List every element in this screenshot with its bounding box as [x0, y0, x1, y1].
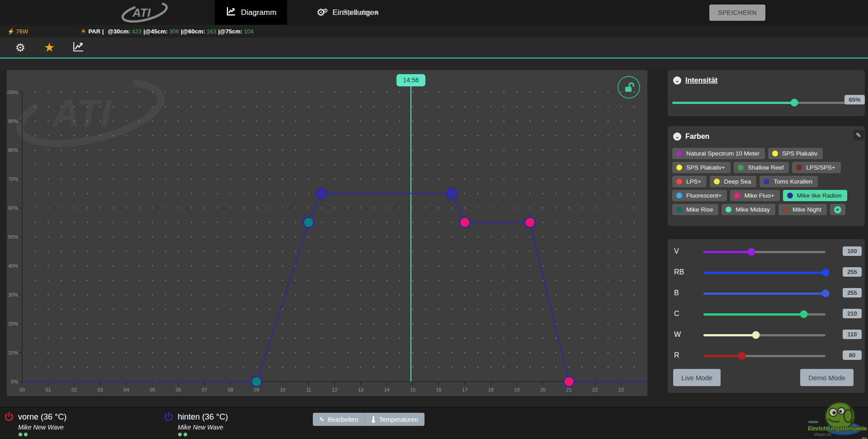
- star-icon[interactable]: ★: [42, 40, 56, 55]
- y-axis-label: 10%: [8, 350, 18, 355]
- fixture-name: vorne (36 °C): [18, 412, 66, 422]
- chevron-down-circle-icon[interactable]: ⌄: [673, 76, 681, 85]
- y-axis-label: 20%: [8, 321, 18, 326]
- power-icon[interactable]: [163, 411, 174, 422]
- x-axis-label: 04: [123, 387, 129, 392]
- y-axis-label: 70%: [8, 176, 18, 182]
- preset-label: Mike like Radion: [797, 192, 842, 199]
- preset-label: Toms Korallen: [774, 178, 812, 185]
- x-axis-label: 03: [98, 387, 103, 392]
- channels-panel: V100RB255B255C210W110R80 Live Mode Demo …: [668, 239, 865, 393]
- chart-canvas[interactable]: ATI0%10%20%30%40%50%60%70%80%90%100%0001…: [7, 70, 647, 396]
- channel-slider[interactable]: [703, 330, 826, 340]
- schedule-chart[interactable]: ATI0%10%20%30%40%50%60%70%80%90%100%0001…: [7, 70, 647, 396]
- preset-natural-spectrum-10-meter[interactable]: Natural Spectrum 10 Meter: [672, 148, 765, 159]
- power-icon[interactable]: [4, 411, 14, 422]
- preset-fluorescent-[interactable]: Fluorescent+: [672, 190, 727, 201]
- demo-mode-button[interactable]: Demo Mode: [800, 369, 854, 386]
- colors-title[interactable]: Farben: [685, 132, 709, 141]
- preset-label: LPS+: [686, 178, 701, 185]
- x-axis-label: 18: [488, 387, 494, 392]
- preset-color-dot: [783, 207, 788, 212]
- x-axis-label: 08: [228, 387, 233, 392]
- edit-button-label: Bearbeiten: [328, 416, 359, 423]
- preset-label: Mike Fluo+: [744, 192, 774, 199]
- x-axis-label: 10: [280, 387, 285, 392]
- x-axis-label: 01: [45, 387, 51, 392]
- preset-sps-plakativ-[interactable]: SPS Plakativ+: [672, 162, 731, 173]
- preset-label: Mike Night: [793, 206, 821, 213]
- channel-slider[interactable]: [703, 268, 826, 277]
- channel-slider[interactable]: [703, 247, 826, 256]
- curve-point[interactable]: [447, 189, 457, 199]
- intensity-title[interactable]: Intensität: [685, 76, 717, 85]
- preset-color-dot: [676, 179, 682, 184]
- fixture-vorne[interactable]: vorne (36 °C)Mike New Wave: [4, 411, 66, 436]
- y-axis-label: 80%: [8, 147, 18, 153]
- preset-toms-korallen[interactable]: Toms Korallen: [760, 176, 818, 187]
- temperatures-button[interactable]: Temperaturen: [365, 413, 424, 426]
- curve-point[interactable]: [525, 217, 535, 228]
- plus-icon: +: [834, 206, 841, 213]
- preset-mike-midday[interactable]: Mike Midday: [722, 204, 775, 215]
- y-axis-label: 40%: [8, 263, 18, 269]
- channel-value: 255: [843, 267, 862, 277]
- temperatures-button-label: Temperaturen: [379, 416, 418, 423]
- curve-point[interactable]: [316, 189, 327, 199]
- preset-lps-[interactable]: LPS+: [672, 176, 707, 187]
- preset-deep-sea[interactable]: Deep Sea: [710, 176, 756, 187]
- tab-diagramm[interactable]: Diagramm: [215, 0, 287, 25]
- save-button[interactable]: SPEICHERN: [709, 5, 765, 21]
- preset-shallow-reef[interactable]: Shallow Reef: [734, 162, 789, 173]
- preset-mike-night[interactable]: Mike Night: [778, 204, 827, 215]
- add-preset-button[interactable]: +: [830, 204, 845, 215]
- channel-label: C: [674, 310, 679, 318]
- preset-label: LPS/SPS+: [806, 164, 835, 171]
- x-axis-label: 19: [514, 387, 519, 392]
- unlock-button[interactable]: [618, 76, 640, 99]
- x-axis-label: 20: [540, 387, 546, 392]
- chart-line-icon[interactable]: [71, 41, 85, 54]
- channel-slider[interactable]: [703, 289, 826, 298]
- preset-mike-rise[interactable]: Mike Rise: [672, 204, 718, 215]
- channel-value: 110: [843, 330, 862, 339]
- channel-slider[interactable]: [703, 310, 826, 319]
- fixture-status-dots: [19, 433, 66, 436]
- par-item: |@45cm:306: [143, 28, 179, 35]
- footer-button-group: ✎ Bearbeiten Temperaturen: [313, 413, 425, 426]
- channel-label: V: [674, 247, 679, 255]
- gear-icon[interactable]: ⚙: [14, 41, 27, 54]
- preset-mike-like-radion[interactable]: Mike like Radion: [783, 190, 847, 201]
- fixture-status-dots: [178, 433, 228, 436]
- y-axis-label: 60%: [8, 205, 18, 211]
- curve-point[interactable]: [251, 377, 262, 387]
- preset-label: Mike Midday: [736, 206, 770, 213]
- x-axis-label: 12: [332, 387, 337, 392]
- curve-point[interactable]: [303, 217, 314, 228]
- colors-panel: ⌄ Farben ✎ Natural Spectrum 10 MeterSPS …: [668, 126, 865, 226]
- curve-point[interactable]: [564, 377, 574, 387]
- live-mode-button[interactable]: Live Mode: [673, 369, 721, 386]
- x-axis-label: 05: [150, 387, 155, 392]
- preset-sps-plakativ[interactable]: SPS Plakativ: [768, 148, 823, 159]
- channel-value: 80: [843, 350, 862, 360]
- y-axis-label: 100%: [7, 90, 18, 95]
- x-axis-label: 15: [410, 387, 415, 392]
- preset-mike-fluo-[interactable]: Mike Fluo+: [730, 190, 779, 201]
- preset-lps-sps-[interactable]: LPS/SPS+: [792, 162, 840, 173]
- intensity-slider[interactable]: [672, 98, 860, 107]
- preset-label: Natural Spectrum 10 Meter: [686, 150, 760, 157]
- watermark-main: Einrichtungsbeispiele: [808, 425, 867, 432]
- lightning-icon: ⚡: [7, 28, 14, 35]
- preset-label: Mike Rise: [686, 206, 713, 213]
- edit-button[interactable]: ✎ Bearbeiten: [313, 413, 364, 426]
- chart-toolbar: ⚙ ★: [0, 38, 868, 57]
- chevron-down-circle-icon[interactable]: ⌄: [673, 132, 681, 141]
- curve-point[interactable]: [460, 217, 470, 228]
- fixture-hinten[interactable]: hinten (36 °C)Mike New Wave: [163, 411, 228, 436]
- channel-slider[interactable]: [703, 351, 826, 360]
- watt-value: 76W: [16, 28, 28, 35]
- edit-colors-button[interactable]: ✎: [853, 130, 864, 141]
- x-axis-label: 13: [358, 387, 363, 392]
- language-dropdown[interactable]: Sprache ▼: [343, 0, 379, 25]
